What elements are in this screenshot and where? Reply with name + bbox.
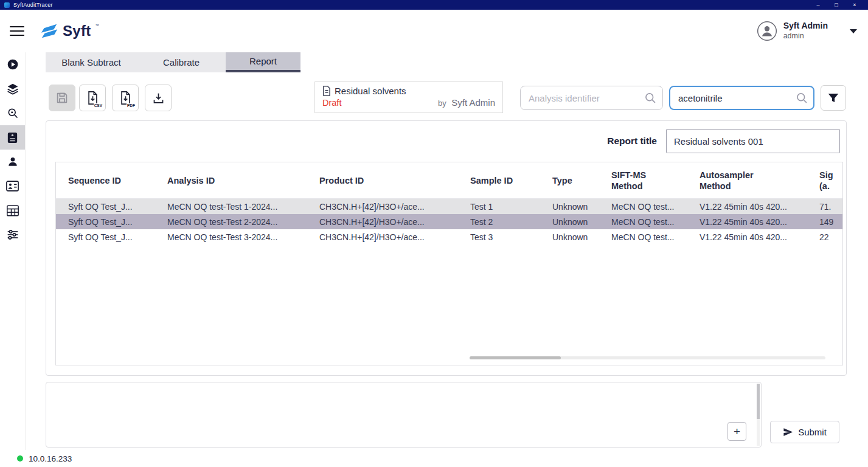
table-cell: 149 bbox=[819, 217, 843, 227]
filter-button[interactable] bbox=[821, 85, 846, 111]
csv-label: CSV bbox=[94, 103, 103, 108]
analysis-search-input[interactable] bbox=[520, 86, 663, 110]
comments-panel: + bbox=[46, 382, 762, 448]
user-name: Syft Admin bbox=[783, 21, 828, 32]
maximize-button[interactable]: □ bbox=[827, 0, 845, 10]
avatar bbox=[757, 21, 777, 41]
table-cell: V1.22 45min 40s 420... bbox=[700, 217, 819, 227]
report-title-input[interactable] bbox=[666, 129, 840, 153]
table-cell: Unknown bbox=[552, 217, 611, 227]
table-cell: V1.22 45min 40s 420... bbox=[700, 202, 819, 212]
table-cell: Unknown bbox=[552, 202, 611, 212]
minimize-button[interactable]: – bbox=[809, 0, 827, 10]
tab-blank-subtract[interactable]: Blank Subtract bbox=[46, 52, 137, 72]
syft-logo: Syft ™ bbox=[40, 22, 99, 40]
report-title-label: Report title bbox=[607, 136, 657, 147]
search-icon bbox=[644, 92, 656, 104]
tab-calibrate[interactable]: Calibrate bbox=[137, 52, 226, 72]
table-cell: CH3CN.H+[42]/H3O+/ace... bbox=[319, 217, 470, 227]
badge-icon bbox=[7, 132, 18, 144]
export-pdf-button[interactable]: PDF bbox=[112, 85, 139, 111]
report-name: Residual solvents bbox=[335, 86, 406, 96]
status-bar: 10.0.16.233 bbox=[0, 450, 868, 467]
column-header[interactable]: Sequence ID bbox=[68, 175, 167, 186]
table-cell: 22 bbox=[819, 232, 843, 242]
sidebar-item-run[interactable] bbox=[0, 52, 25, 77]
pdf-label: PDF bbox=[127, 103, 136, 108]
sidebar-item-contacts[interactable] bbox=[0, 174, 25, 198]
user-role: admin bbox=[783, 32, 828, 41]
sidebar-item-search[interactable] bbox=[0, 101, 25, 125]
table-cell: MeCN OQ test-Test 2-2024... bbox=[167, 217, 319, 227]
table-cell: MeCN OQ test... bbox=[611, 202, 700, 212]
horizontal-scrollbar[interactable] bbox=[470, 356, 825, 359]
user-icon bbox=[7, 156, 19, 168]
download-icon bbox=[152, 92, 165, 105]
table-cell: MeCN OQ test... bbox=[611, 217, 700, 227]
sidebar-item-users[interactable] bbox=[0, 150, 25, 174]
sidebar-item-methods[interactable] bbox=[0, 77, 25, 101]
funnel-icon bbox=[827, 92, 839, 104]
by-label: by bbox=[438, 99, 446, 108]
scrollbar-thumb[interactable] bbox=[757, 384, 760, 419]
table-cell: Syft OQ Test_J... bbox=[68, 232, 167, 242]
table-cell: Syft OQ Test_J... bbox=[68, 202, 167, 212]
column-header[interactable]: SIFT-MSMethod bbox=[611, 170, 700, 192]
sidebar-item-table[interactable] bbox=[0, 198, 25, 223]
table-cell: Test 2 bbox=[470, 217, 552, 227]
sidebar-item-settings[interactable] bbox=[0, 223, 25, 247]
save-button[interactable] bbox=[49, 85, 75, 111]
submit-button[interactable]: Submit bbox=[770, 421, 839, 443]
column-header[interactable]: Product ID bbox=[319, 175, 470, 186]
table-cell: MeCN OQ test... bbox=[611, 232, 700, 242]
table-icon bbox=[7, 205, 19, 216]
file-pdf-icon bbox=[120, 91, 131, 105]
column-header[interactable]: Analysis ID bbox=[167, 175, 319, 186]
file-csv-icon bbox=[87, 91, 99, 105]
column-header[interactable]: Type bbox=[552, 175, 611, 186]
table-cell: 71. bbox=[819, 202, 843, 212]
table-row[interactable]: Syft OQ Test_J...MeCN OQ test-Test 1-202… bbox=[56, 199, 842, 214]
os-titlebar: SyftAuditTracer – □ × bbox=[0, 0, 868, 10]
scrollbar-thumb[interactable] bbox=[470, 356, 561, 359]
syft-logo-icon bbox=[40, 22, 58, 40]
compound-search bbox=[669, 86, 814, 110]
report-author: Syft Admin bbox=[451, 97, 495, 108]
table-header: Sequence IDAnalysis IDProduct IDSample I… bbox=[56, 162, 842, 199]
export-csv-button[interactable]: CSV bbox=[79, 85, 106, 111]
column-header[interactable]: Sig(a. bbox=[819, 170, 843, 192]
ip-address: 10.0.16.233 bbox=[29, 454, 72, 463]
close-button[interactable]: × bbox=[845, 0, 864, 10]
sidebar bbox=[0, 52, 26, 450]
compound-search-input[interactable] bbox=[669, 86, 814, 110]
table-cell: Test 1 bbox=[470, 202, 552, 212]
sidebar-item-reports[interactable] bbox=[0, 125, 25, 150]
menu-button[interactable] bbox=[10, 26, 24, 36]
column-header[interactable]: Sample ID bbox=[470, 175, 552, 186]
sliders-icon bbox=[7, 229, 19, 240]
tab-report[interactable]: Report bbox=[226, 52, 300, 72]
table-cell: Test 3 bbox=[470, 232, 552, 242]
download-button[interactable] bbox=[145, 85, 172, 111]
report-panel: Report title Sequence IDAnalysis IDProdu… bbox=[46, 120, 847, 376]
layers-icon bbox=[7, 83, 19, 95]
table-row[interactable]: Syft OQ Test_J...MeCN OQ test-Test 3-202… bbox=[56, 229, 842, 244]
paper-plane-icon bbox=[783, 427, 793, 437]
table-cell: MeCN OQ test-Test 1-2024... bbox=[167, 202, 319, 212]
app-header: Syft ™ Syft Admin admin bbox=[0, 10, 868, 52]
table-row[interactable]: Syft OQ Test_J...MeCN OQ test-Test 2-202… bbox=[56, 214, 842, 229]
column-header[interactable]: AutosamplerMethod bbox=[700, 170, 819, 192]
vertical-scrollbar[interactable] bbox=[757, 384, 760, 446]
play-circle-icon bbox=[7, 58, 19, 71]
report-info-box: Residual solvents Draft by Syft Admin bbox=[314, 81, 503, 113]
search-icon bbox=[7, 107, 19, 119]
save-icon bbox=[55, 91, 69, 105]
add-comment-button[interactable]: + bbox=[727, 422, 746, 441]
chevron-down-icon[interactable] bbox=[850, 29, 857, 33]
id-card-icon bbox=[6, 181, 19, 192]
user-menu[interactable]: Syft Admin admin bbox=[757, 21, 857, 41]
app-window: SyftAuditTracer – □ × Syft ™ S bbox=[0, 0, 868, 467]
document-icon bbox=[322, 86, 331, 96]
submit-label: Submit bbox=[798, 427, 827, 437]
connection-status-icon bbox=[17, 455, 23, 462]
